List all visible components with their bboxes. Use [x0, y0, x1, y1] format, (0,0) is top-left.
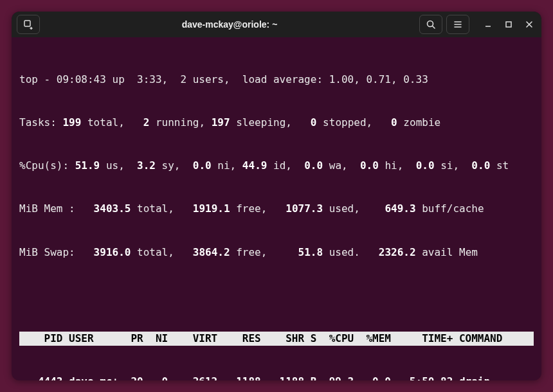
swap-free: 3864.2 — [193, 246, 230, 258]
terminal-window: dave-mckay@oriole: ~ — [12, 12, 541, 380]
cpu-id: 44.9 — [242, 159, 267, 172]
column-header: PID USER PR NI VIRT RES SHR S %CPU %MEM … — [19, 332, 534, 346]
cpu-ni: 0.0 — [193, 159, 212, 172]
mem-total: 3403.5 — [94, 202, 131, 215]
hamburger-icon — [453, 19, 463, 30]
maximize-button[interactable] — [502, 17, 516, 31]
mem-free: 1919.1 — [193, 202, 230, 215]
swap-used: 51.8 — [298, 246, 323, 258]
menu-button[interactable] — [446, 15, 469, 34]
column-header-row: PID USER PR NI VIRT RES SHR S %CPU %MEM … — [19, 332, 534, 346]
cpu-si: 0.0 — [416, 159, 435, 172]
tasks-label: Tasks: — [19, 116, 57, 129]
tasks-stopped: 0 — [311, 116, 317, 129]
tasks-zombie: 0 — [391, 116, 397, 129]
mem-used: 1077.3 — [286, 202, 323, 215]
svg-rect-0 — [24, 21, 30, 26]
process-row: 4443 dave-mc+ 20 0 2612 1188 1188 R 99.3… — [19, 375, 534, 380]
new-tab-button[interactable] — [17, 15, 40, 34]
minimize-icon — [484, 21, 492, 28]
minimize-button[interactable] — [481, 17, 495, 31]
swap-total: 3916.0 — [94, 246, 131, 258]
window-title: dave-mckay@oriole: ~ — [40, 19, 419, 30]
cpu-label: %Cpu(s): — [19, 159, 69, 172]
mem-label: MiB Mem : — [19, 202, 75, 215]
mem-buff: 649.3 — [385, 202, 415, 215]
blank-line — [19, 289, 534, 303]
tasks-line: Tasks: 199 total, 2 running, 197 sleepin… — [19, 116, 534, 130]
cpu-us: 51.9 — [75, 159, 100, 172]
close-button[interactable] — [522, 17, 536, 31]
maximize-icon — [505, 21, 512, 28]
close-icon — [525, 21, 533, 28]
cpu-st: 0.0 — [471, 159, 490, 172]
tasks-total: 199 — [62, 116, 81, 129]
cpu-line: %Cpu(s): 51.9 us, 3.2 sy, 0.0 ni, 44.9 i… — [19, 159, 534, 173]
cpu-hi: 0.0 — [360, 159, 379, 172]
tasks-sleeping: 197 — [212, 116, 230, 129]
search-button[interactable] — [419, 15, 442, 34]
top-summary-line: top - 09:08:43 up 3:33, 2 users, load av… — [19, 73, 534, 87]
titlebar: dave-mckay@oriole: ~ — [12, 12, 541, 37]
process-list: 4443 dave-mc+ 20 0 2612 1188 1188 R 99.3… — [19, 375, 534, 380]
cpu-sy: 3.2 — [137, 159, 156, 172]
new-tab-icon — [23, 19, 33, 30]
search-icon — [426, 19, 436, 30]
swap-avail: 2326.2 — [379, 246, 416, 258]
swap-line: MiB Swap: 3916.0 total, 3864.2 free, 51.… — [19, 245, 534, 260]
cpu-wa: 0.0 — [304, 159, 323, 172]
svg-rect-2 — [506, 22, 511, 27]
swap-label: MiB Swap: — [19, 246, 75, 258]
mem-line: MiB Mem : 3403.5 total, 1919.1 free, 107… — [19, 202, 534, 216]
tasks-running: 2 — [143, 116, 150, 129]
terminal-output[interactable]: top - 09:08:43 up 3:33, 2 users, load av… — [12, 37, 541, 380]
